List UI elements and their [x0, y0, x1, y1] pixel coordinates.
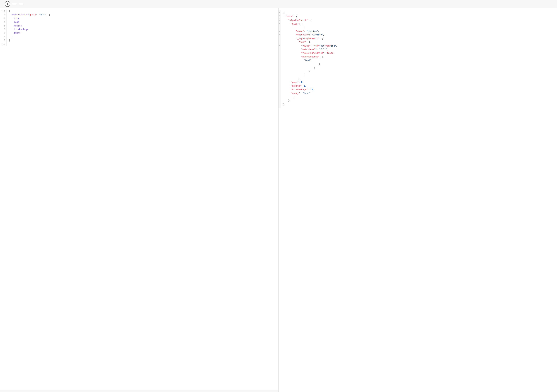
main-area: ▾ 12345678910 { algoliaSearch(query: "te…: [0, 8, 557, 392]
result-line: }: [283, 74, 555, 77]
result-line: "name": {: [283, 41, 555, 44]
editor-line: query: [9, 31, 276, 35]
result-line: }: [283, 103, 555, 106]
result-line: "hits": [: [283, 22, 555, 26]
result-line: }: [283, 66, 555, 70]
line-numbers: ▾ 12345678910: [0, 9, 7, 46]
gutter-item[interactable]: ▾: [278, 44, 281, 47]
result-gutter: ▾▾▾▾▾▾▾▾: [278, 10, 281, 107]
gutter-item: [278, 36, 281, 39]
result-line: "name": "testing",: [283, 30, 555, 33]
editor-line: [9, 42, 276, 46]
editor-line: hitsPerPage: [9, 28, 276, 31]
result-line: ]: [283, 62, 555, 66]
query-editor[interactable]: ▾ 12345678910 { algoliaSearch(query: "te…: [0, 8, 278, 390]
gutter-item: [278, 28, 281, 30]
gutter-item: [278, 69, 281, 71]
gutter-item: [278, 74, 281, 77]
result-pane[interactable]: ▾▾▾▾▾▾▾▾ { "data": { "algoliaSearch": { …: [278, 8, 557, 392]
query-code: ▾ 12345678910 { algoliaSearch(query: "te…: [0, 8, 278, 48]
app: ▾ 12345678910 { algoliaSearch(query: "te…: [0, 0, 557, 392]
result-line: "algoliaSearch": {: [283, 19, 555, 22]
editor-line: hits: [9, 17, 276, 20]
gutter-item: [278, 55, 281, 58]
gutter-item: [278, 49, 281, 52]
gutter-item: [278, 52, 281, 55]
result-line: "page": 0,: [283, 81, 555, 84]
gutter-item[interactable]: ▾: [278, 30, 281, 33]
result-code-lines: { "data": { "algoliaSearch": { "hits": […: [281, 11, 557, 106]
result-line: "fullyHighlighted": false,: [283, 51, 555, 55]
result-line: "hitsPerPage": 20,: [283, 88, 555, 91]
gutter-item: [278, 80, 281, 82]
editor-line: nbHits: [9, 24, 276, 28]
result-line: "_highlightResult": {: [283, 37, 555, 41]
gutter-item[interactable]: ▾: [278, 22, 281, 25]
editor-pane: ▾ 12345678910 { algoliaSearch(query: "te…: [0, 8, 278, 392]
gutter-item: [278, 25, 281, 28]
gutter-item: [278, 77, 281, 80]
history-button[interactable]: [19, 3, 24, 5]
gutter-item: [278, 72, 281, 74]
gutter-item[interactable]: ▾: [278, 14, 281, 17]
result-line: ],: [283, 77, 555, 81]
toolbar: [0, 0, 557, 8]
result-line: "data": {: [283, 15, 555, 18]
editor-line: {: [9, 9, 276, 13]
gutter-item: [278, 41, 281, 44]
result-code: { "data": { "algoliaSearch": { "hits": […: [281, 10, 557, 107]
gutter-item[interactable]: ▾: [278, 33, 281, 36]
editor-line: }: [9, 35, 276, 39]
result-line: }: [283, 95, 555, 99]
gutter-item[interactable]: ▾: [278, 11, 281, 14]
play-icon: [7, 2, 9, 5]
result-line: {: [283, 11, 555, 15]
query-variables-bar[interactable]: [0, 390, 278, 392]
editor-line: algoliaSearch(query: "test") {: [9, 13, 276, 17]
gutter-item: [278, 66, 281, 69]
result-line: "matchedWords": [: [283, 55, 555, 59]
code-lines[interactable]: { algoliaSearch(query: "test") { hits pa…: [7, 9, 278, 46]
result-line: "test": [283, 59, 555, 62]
result-line: "matchLevel": "full",: [283, 48, 555, 51]
prettify-button[interactable]: [12, 3, 17, 5]
editor-line: page: [9, 20, 276, 24]
run-button[interactable]: [5, 1, 10, 7]
gutter-item: [278, 47, 281, 49]
result-line: "objectID": "9396540",: [283, 33, 555, 37]
gutter-item: [278, 39, 281, 41]
gutter-item[interactable]: ▾: [278, 19, 281, 22]
result-line: "query": "test": [283, 92, 555, 95]
result-line: {: [283, 26, 555, 30]
result-line: }: [283, 70, 555, 73]
editor-line: }: [9, 39, 276, 42]
gutter-item: [278, 63, 281, 66]
result-line: "value": "<em>test</em>ing",: [283, 44, 555, 48]
result-line: "nbHits": 1,: [283, 84, 555, 88]
gutter-item[interactable]: ▾: [278, 17, 281, 19]
gutter-item: [278, 58, 281, 60]
gutter-item: [278, 60, 281, 63]
result-line: }: [283, 99, 555, 102]
